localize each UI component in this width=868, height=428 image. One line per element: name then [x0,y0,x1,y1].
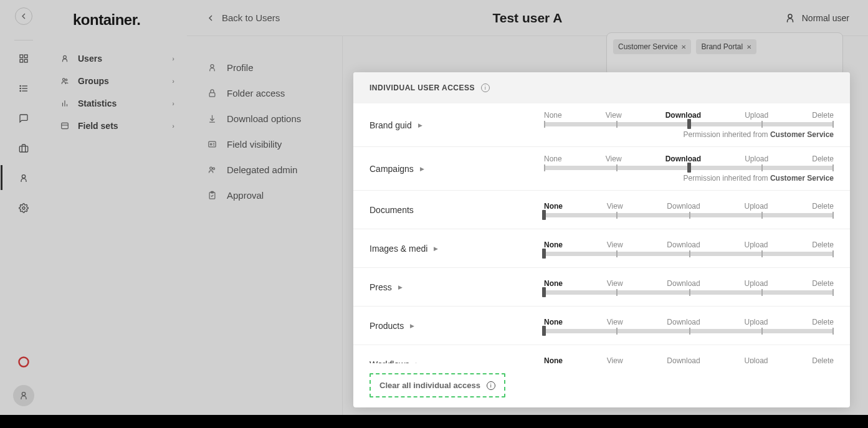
nav-item-users[interactable]: Users› [47,47,187,70]
svg-point-17 [65,79,67,81]
inherit-note: Permission inherited from Customer Servi… [544,174,834,183]
group-tags: Customer Service✕Brand Portal✕ [606,32,843,76]
svg-rect-3 [24,59,27,62]
help-icon[interactable] [17,355,31,369]
expand-icon[interactable]: ▶ [420,166,424,172]
expand-icon[interactable]: ▶ [398,284,403,290]
settings-item-approval[interactable]: Approval [199,183,330,208]
nav-item-statistics[interactable]: Statistics› [47,92,187,115]
folder-name[interactable]: Press▶ [370,282,544,292]
panel-header: INDIVIDUAL USER ACCESS i [353,72,850,103]
folder-name[interactable]: Documents [370,205,544,215]
slider-handle[interactable] [542,287,546,297]
briefcase-icon[interactable] [17,141,31,155]
folder-name[interactable]: Images & medi▶ [370,244,544,254]
settings-item-field-visibility[interactable]: Field visibility [199,131,330,157]
nav-item-groups[interactable]: Groups› [47,70,187,92]
settings-item-profile[interactable]: Profile [199,55,330,80]
page-title: Test user A [492,11,562,26]
nav-item-field-sets[interactable]: Field sets› [47,115,187,137]
folder-row: Workflows▶NoneViewDownloadUploadDelete [353,345,850,363]
slider-handle[interactable] [687,119,691,129]
logo: kontainer. [47,0,187,47]
user-icon[interactable] [17,171,31,185]
folder-row: Campaigns▶NoneViewDownloadUploadDeletePe… [353,147,850,191]
rail-back-button[interactable] [15,7,32,25]
list-icon[interactable] [17,82,31,95]
folder-row: Products▶NoneViewDownloadUploadDelete [353,307,850,345]
chat-icon[interactable] [17,112,31,125]
folder-row: DocumentsNoneViewDownloadUploadDelete [353,191,850,229]
info-icon[interactable]: i [487,381,495,390]
user-role-display[interactable]: Normal user [785,12,849,24]
slider-handle[interactable] [542,249,546,259]
svg-point-9 [20,90,21,91]
back-to-users-link[interactable]: Back to Users [206,12,280,23]
user-role-text: Normal user [802,13,849,23]
icon-rail [0,0,47,415]
slider-handle[interactable] [542,210,546,220]
permission-slider[interactable] [544,252,834,256]
permission-slider[interactable] [544,290,834,295]
svg-point-32 [212,168,214,169]
expand-icon[interactable]: ▶ [418,122,422,128]
back-label: Back to Users [222,12,280,23]
svg-rect-1 [24,55,27,58]
svg-point-23 [788,14,792,18]
settings-item-folder-access[interactable]: Folder access [199,80,330,106]
folder-name[interactable]: Campaigns▶ [370,164,544,174]
panel-title: INDIVIDUAL USER ACCESS [370,83,475,92]
svg-point-11 [22,175,25,178]
remove-tag-icon[interactable]: ✕ [681,44,686,50]
svg-point-13 [19,358,28,367]
folder-row: Brand guid▶NoneViewDownloadUploadDeleteP… [353,103,850,147]
avatar[interactable] [13,385,34,406]
expand-icon[interactable]: ▶ [410,323,414,329]
svg-point-24 [211,65,214,68]
svg-point-8 [20,88,21,88]
chevron-right-icon: › [172,100,174,107]
permission-slider[interactable] [544,166,834,170]
remove-tag-icon[interactable]: ✕ [746,44,751,50]
svg-point-28 [210,143,212,145]
chevron-right-icon: › [172,77,174,85]
clear-all-button[interactable]: Clear all individual access i [370,373,505,397]
folder-name[interactable]: Brand guid▶ [370,120,544,130]
svg-point-14 [22,392,25,396]
svg-rect-25 [209,93,215,97]
permission-slider[interactable] [544,213,834,217]
secondary-nav: kontainer. Users›Groups›Statistics›Field… [47,0,187,415]
permission-slider[interactable] [544,329,834,333]
info-icon[interactable]: i [481,83,490,92]
clear-label: Clear all individual access [379,381,480,390]
settings-item-delegated-admin[interactable]: Delegated admin [199,157,330,183]
gear-icon[interactable] [17,201,31,215]
dashboard-icon[interactable] [17,52,31,65]
group-tag: Brand Portal✕ [696,39,756,54]
inherit-note: Permission inherited from Customer Servi… [544,130,834,139]
folder-row: Images & medi▶NoneViewDownloadUploadDele… [353,229,850,268]
slider-handle[interactable] [542,326,546,336]
permission-slider[interactable] [544,122,834,126]
svg-rect-10 [19,146,27,152]
settings-nav: ProfileFolder accessDownload optionsFiel… [187,36,343,415]
svg-point-12 [22,207,25,209]
svg-point-15 [64,55,67,59]
folder-row: Press▶NoneViewDownloadUploadDelete [353,268,850,307]
svg-rect-2 [20,59,23,62]
svg-rect-21 [62,123,69,128]
svg-point-7 [20,85,21,86]
svg-rect-0 [20,55,23,58]
group-tag: Customer Service✕ [613,39,691,54]
folder-list: Brand guid▶NoneViewDownloadUploadDeleteP… [353,103,850,363]
svg-point-16 [63,78,65,81]
chevron-right-icon: › [172,122,174,130]
folder-name[interactable]: Products▶ [370,321,544,331]
chevron-right-icon: › [172,55,174,62]
expand-icon[interactable]: ▶ [434,245,438,252]
individual-access-panel: INDIVIDUAL USER ACCESS i Brand guid▶None… [353,72,850,407]
slider-handle[interactable] [687,163,691,173]
page-header: Back to Users Test user A Normal user [187,0,868,36]
svg-point-31 [209,167,212,169]
settings-item-download-options[interactable]: Download options [199,106,330,131]
